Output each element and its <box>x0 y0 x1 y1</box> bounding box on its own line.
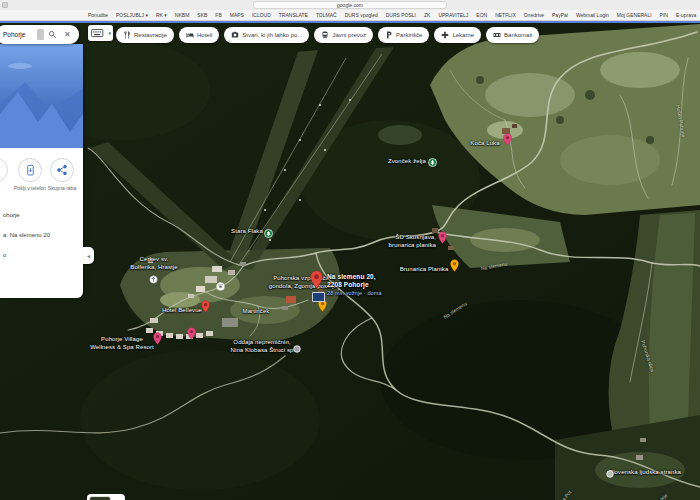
caret-down-icon: ▾ <box>108 30 111 36</box>
bookmark-item[interactable]: POSLJUBLJ ▾ <box>116 12 148 18</box>
bookmark-item[interactable]: Moj GENERALI <box>617 12 652 18</box>
chip-label: Parkirišče <box>396 32 422 38</box>
send-to-phone-button[interactable] <box>18 158 42 182</box>
chip-parking[interactable]: Parkirišče <box>378 27 429 43</box>
clear-search-icon[interactable]: ✕ <box>64 30 71 39</box>
place-info-row: o <box>3 252 50 272</box>
collapse-panel-button[interactable]: ◂ <box>83 247 94 264</box>
chip-label: Stvari, ki jih lahko po... <box>242 32 302 38</box>
chip-label: Bankomati <box>504 32 532 38</box>
bookmark-item[interactable]: UPRAVITELJ <box>438 12 468 18</box>
place-photo[interactable] <box>0 44 83 148</box>
layers-thumbnail <box>89 496 111 500</box>
window-control[interactable] <box>2 2 8 8</box>
bookmark-item[interactable]: PayPal <box>552 12 568 18</box>
address-bar[interactable]: google.com <box>253 1 447 9</box>
layers-widget[interactable]: Sloji <box>87 494 125 500</box>
bookmark-item[interactable]: DURS vpogled <box>345 12 378 18</box>
map-canvas[interactable]: Koča LukaZvonček željaStara FlakaŠD Skuš… <box>0 23 700 500</box>
chip-restaurants[interactable]: Restavracije <box>116 27 174 43</box>
action-button-partial[interactable] <box>0 158 8 182</box>
place-info: ohorjea: Na slemenu 20o <box>3 212 50 272</box>
bookmark-item[interactable]: SKB <box>197 12 207 18</box>
bookmark-item[interactable]: NETFLIX <box>495 12 516 18</box>
attractions-icon <box>231 31 239 39</box>
place-info-row: ohorje <box>3 212 50 232</box>
bookmarks-bar: PonudbePOSLJUBLJ ▾RK ▾NKBMSKBFBMAPSICLOU… <box>0 10 700 21</box>
chip-label: Lekarne <box>452 32 474 38</box>
send-to-phone-icon <box>25 164 36 177</box>
share-label: Skupna raba <box>40 186 84 192</box>
bookmark-item[interactable]: EON <box>476 12 487 18</box>
place-card: Pošlji v telefon Skupna raba ohorjea: Na… <box>0 44 83 298</box>
search-input[interactable]: Pohorje <box>3 31 25 38</box>
bookmark-item[interactable]: Ponudbe <box>88 12 108 18</box>
bookmark-item[interactable]: TRANSLATE <box>279 12 308 18</box>
bookmark-item[interactable]: FB <box>215 12 221 18</box>
bookmark-item[interactable]: ZK <box>424 12 430 18</box>
bookmark-item[interactable]: PIN <box>660 12 668 18</box>
bookmark-item[interactable]: Webmail Login <box>576 12 609 18</box>
search-icon[interactable] <box>48 30 57 39</box>
chip-label: Javni prevoz <box>332 32 366 38</box>
share-button[interactable] <box>50 158 74 182</box>
chip-label: Hoteli <box>197 32 212 38</box>
category-chips: Restavracije Hoteli Stvari, ki jih lahko… <box>116 27 539 43</box>
chip-attractions[interactable]: Stvari, ki jih lahko po... <box>224 27 309 43</box>
chip-label: Restavracije <box>134 32 167 38</box>
bookmark-item[interactable]: Onedrive <box>524 12 544 18</box>
restaurant-icon <box>123 31 131 39</box>
bookmark-item[interactable]: RK ▾ <box>156 12 167 18</box>
chip-atms[interactable]: Bankomati <box>486 27 539 43</box>
keyboard-icon <box>91 29 105 38</box>
pharmacy-icon <box>441 31 449 39</box>
bookmark-item[interactable]: ICLOUD <box>252 12 271 18</box>
parking-icon <box>385 31 393 39</box>
window-accent-line <box>0 21 700 23</box>
bookmark-item[interactable]: MAPS <box>230 12 244 18</box>
screenshot-root: Koča LukaZvonček željaStara FlakaŠD Skuš… <box>0 0 700 500</box>
share-icon <box>56 164 68 176</box>
atm-icon <box>493 31 501 39</box>
keyboard-menu-button[interactable]: ▾ <box>88 25 113 41</box>
transit-icon <box>321 31 329 39</box>
search-box[interactable]: Pohorje ✕ <box>0 25 79 44</box>
text-cursor <box>37 29 44 40</box>
bookmark-item[interactable]: DURS POSLI <box>386 12 416 18</box>
chip-hotels[interactable]: Hoteli <box>179 27 219 43</box>
place-info-row: a: Na slemenu 20 <box>3 232 50 252</box>
chip-pharmacies[interactable]: Lekarne <box>434 27 481 43</box>
chip-transit[interactable]: Javni prevoz <box>314 27 373 43</box>
bookmark-item[interactable]: TOLMAČ <box>316 12 337 18</box>
hotel-icon <box>186 31 194 39</box>
bookmark-item[interactable]: NKBM <box>175 12 189 18</box>
bookmark-item[interactable]: E-uprava <box>676 12 696 18</box>
satellite-imagery <box>0 23 700 500</box>
